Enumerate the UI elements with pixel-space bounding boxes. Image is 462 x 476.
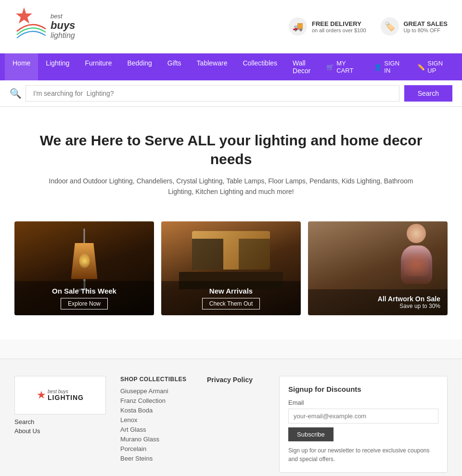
- card-artwork[interactable]: All Artwork On Sale Save up to 30%: [308, 221, 448, 315]
- delivery-icon: 🚚: [289, 17, 307, 36]
- delivery-title: FREE DELIVERY: [312, 20, 366, 27]
- signup-box: Signup for Discounts Email Subscribe Sig…: [279, 376, 448, 473]
- card-arrivals-title: New Arrivals: [167, 287, 295, 295]
- email-input[interactable]: [288, 409, 438, 424]
- footer-search-link[interactable]: Search: [14, 418, 106, 425]
- card-artwork-sub: Save up to 30%: [314, 303, 440, 309]
- logo-svg: [14, 5, 48, 48]
- footer-logo-col: ★ best buys LIGHTING Search About Us: [14, 376, 106, 473]
- logo-text-group: best buys best buys lighting lighting: [51, 13, 75, 40]
- header: best buys best buys lighting lighting 🚚 …: [0, 0, 462, 53]
- signup-icon: ✏️: [417, 64, 425, 71]
- hero-section: We are Here to Serve ALL your lighting a…: [0, 107, 462, 212]
- footer-signup-col: Signup for Discounts Email Subscribe Sig…: [279, 376, 448, 473]
- footer-privacy-link[interactable]: Privacy Policy: [207, 376, 265, 384]
- nav-left: Home Lighting Furniture Bedding Gifts Ta…: [5, 53, 321, 80]
- signin-label: SIGN IN: [384, 60, 406, 74]
- footer-collectible-item[interactable]: Art Glass: [120, 426, 192, 433]
- footer-about-link[interactable]: About Us: [14, 427, 106, 435]
- footer-collectibles-col: SHOP COLLECTIBLES Giuseppe ArmaniFranz C…: [120, 376, 192, 473]
- sales-sub: Up to 80% OFF: [404, 27, 448, 33]
- hero-subtitle: Indoor and Outdoor Lighting, Chandeliers…: [38, 176, 424, 197]
- card-artwork-overlay: All Artwork On Sale Save up to 30%: [308, 289, 448, 315]
- card-arrivals-overlay: New Arrivals Check Them Out: [161, 281, 301, 315]
- logo-text-best: best: [51, 13, 75, 20]
- footer-privacy-col: Privacy Policy: [207, 376, 265, 473]
- nav-item-lighting[interactable]: Lighting: [38, 53, 77, 80]
- footer-logo-box: ★ best buys LIGHTING: [14, 376, 106, 414]
- footer-collectible-item[interactable]: Murano Glass: [120, 436, 192, 443]
- card-sale-overlay: On Sale This Week Explore Now: [14, 281, 154, 315]
- search-icon-button[interactable]: 🔍: [10, 88, 22, 99]
- nav-item-bedding[interactable]: Bedding: [119, 53, 159, 80]
- footer: ★ best buys LIGHTING Search About Us SHO…: [0, 359, 462, 476]
- logo-icon: [14, 5, 48, 48]
- subscribe-button[interactable]: Subscribe: [288, 427, 334, 441]
- cart-label: MY CART: [336, 60, 362, 74]
- search-bar: 🔍 Search: [0, 80, 462, 107]
- logo-area: best buys best buys lighting lighting: [14, 5, 75, 48]
- footer-collectibles-title: SHOP COLLECTIBLES: [120, 376, 192, 383]
- delivery-badge: 🚚 FREE DELIVERY on all orders over $100: [289, 17, 366, 36]
- hero-title: We are Here to Serve ALL your lighting a…: [38, 131, 424, 168]
- card-artwork-title: All Artwork On Sale: [314, 295, 440, 303]
- nav-item-collectibles[interactable]: Collectibles: [235, 53, 285, 80]
- signin-icon: 👤: [374, 64, 382, 71]
- search-button[interactable]: Search: [404, 85, 452, 102]
- svg-marker-0: [16, 7, 32, 24]
- nav-item-tableware[interactable]: Tableware: [189, 53, 235, 80]
- signup-description: Sign up for our newsletter to receive ex…: [288, 446, 438, 463]
- cart-icon: 🛒: [326, 64, 334, 71]
- search-input[interactable]: [26, 85, 399, 102]
- nav-item-wall-decor[interactable]: Wall Decor: [285, 53, 321, 80]
- signin-button[interactable]: 👤 SIGN IN: [368, 56, 411, 78]
- card-sale[interactable]: On Sale This Week Explore Now: [14, 221, 154, 315]
- artwork-visual: [390, 224, 443, 296]
- signup-title: Signup for Discounts: [288, 385, 438, 393]
- card-sale-title: On Sale This Week: [20, 287, 148, 295]
- signup-button[interactable]: ✏️ SIGN UP: [411, 56, 457, 78]
- card-arrivals[interactable]: New Arrivals Check Them Out: [161, 221, 301, 315]
- logo-text-lighting-display: lighting: [51, 31, 75, 40]
- header-badges: 🚚 FREE DELIVERY on all orders over $100 …: [289, 17, 448, 36]
- footer-collectible-item[interactable]: Giuseppe Armani: [120, 387, 192, 395]
- signup-label: SIGN UP: [427, 60, 451, 74]
- navigation: Home Lighting Furniture Bedding Gifts Ta…: [0, 53, 462, 80]
- sales-icon: 🏷️: [381, 17, 399, 36]
- nav-item-home[interactable]: Home: [5, 53, 38, 80]
- nav-right: 🛒 MY CART 👤 SIGN IN ✏️ SIGN UP: [321, 56, 457, 78]
- footer-top: ★ best buys LIGHTING Search About Us SHO…: [14, 376, 448, 473]
- nav-item-furniture[interactable]: Furniture: [77, 53, 119, 80]
- card-sale-button[interactable]: Explore Now: [61, 298, 108, 309]
- sales-title: GREAT SALES: [404, 20, 448, 27]
- delivery-text: FREE DELIVERY on all orders over $100: [312, 20, 366, 33]
- sales-text: GREAT SALES Up to 80% OFF: [404, 20, 448, 33]
- sales-badge: 🏷️ GREAT SALES Up to 80% OFF: [381, 17, 448, 36]
- delivery-sub: on all orders over $100: [312, 27, 366, 33]
- nav-item-gifts[interactable]: Gifts: [160, 53, 189, 80]
- footer-collectible-item[interactable]: Porcelain: [120, 445, 192, 452]
- footer-collectible-item[interactable]: Kosta Boda: [120, 407, 192, 414]
- cart-button[interactable]: 🛒 MY CART: [321, 56, 368, 78]
- footer-collectible-item[interactable]: Beer Steins: [120, 455, 192, 462]
- card-arrivals-button[interactable]: Check Them Out: [202, 298, 260, 309]
- cards-section: On Sale This Week Explore Now New Arriva…: [0, 212, 462, 339]
- logo-text-buys: buys: [51, 20, 75, 31]
- footer-collectible-item[interactable]: Lenox: [120, 416, 192, 424]
- footer-collectible-item[interactable]: Franz Collection: [120, 397, 192, 404]
- email-label: Email: [288, 399, 438, 406]
